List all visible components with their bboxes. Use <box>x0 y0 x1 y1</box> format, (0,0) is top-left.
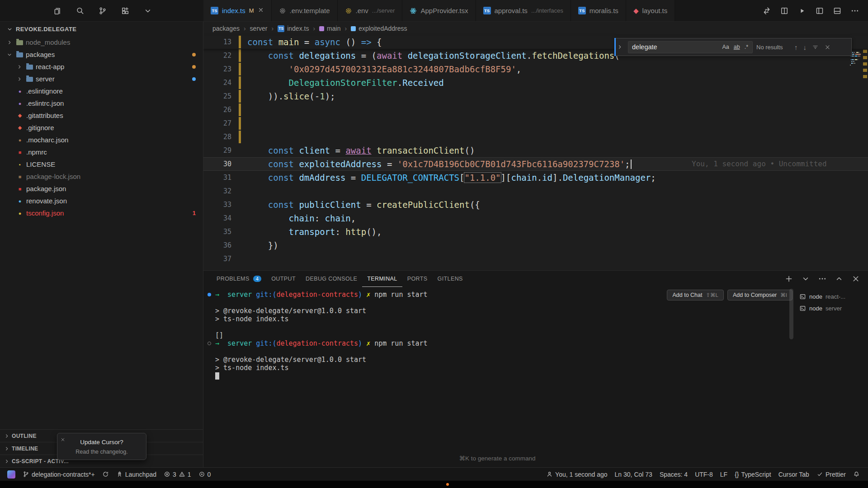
status-launchpad[interactable]: Launchpad <box>113 468 160 481</box>
code-line-25[interactable]: 25 )).slice(-1); <box>203 89 868 103</box>
panel-tab-problems[interactable]: PROBLEMS4 <box>212 271 266 287</box>
status-formatter[interactable]: Prettier <box>813 468 849 481</box>
tree-item-.gitattributes[interactable]: ◆.gitattributes <box>0 109 203 122</box>
button-add-to-chat[interactable]: Add to Chat⇧⌘L <box>667 290 724 300</box>
code-line-34[interactable]: 34 chain: chain, <box>203 211 868 225</box>
panel-tab-ports[interactable]: PORTS <box>402 271 433 287</box>
status-notifications[interactable] <box>849 468 863 481</box>
code-line-35[interactable]: 35 transport: http(), <box>203 225 868 239</box>
status-eol[interactable]: LF <box>717 468 731 481</box>
code-line-37[interactable]: 37 <box>203 252 868 266</box>
status-language[interactable]: {}TypeScript <box>731 468 775 481</box>
panel-tab-gitlens[interactable]: GITLENS <box>433 271 468 287</box>
tree-item-renovate.json[interactable]: ●renovate.json <box>0 195 203 207</box>
action-split[interactable] <box>779 6 789 16</box>
code-line-24[interactable]: 24 DelegationStoreFilter.Received <box>203 76 868 89</box>
tree-item-.eslintrc.json[interactable]: ●.eslintrc.json <box>0 97 203 109</box>
code-line-26[interactable]: 26 <box>203 103 868 117</box>
close-icon[interactable] <box>60 436 66 444</box>
panel-action-chevron-up[interactable] <box>834 274 844 284</box>
line-number[interactable]: 28 <box>203 130 231 144</box>
line-number[interactable]: 30 <box>203 157 231 171</box>
status-branch[interactable]: delegation-contracts*+ <box>19 468 99 481</box>
tree-item-package.json[interactable]: ■package.json <box>0 183 203 195</box>
panel-tab-terminal[interactable]: TERMINAL <box>362 271 402 287</box>
activity-chevron-down[interactable] <box>143 6 153 16</box>
activity-extensions[interactable] <box>120 6 130 16</box>
tab-AppProvider.tsx[interactable]: AppProvider.tsx <box>402 0 476 21</box>
line-number[interactable]: 22 <box>203 49 231 62</box>
panel-action-ellipsis[interactable] <box>817 274 827 284</box>
status-cursor-position[interactable]: Ln 30, Col 73 <box>611 468 656 481</box>
match-case-icon[interactable]: Aa <box>721 44 730 50</box>
line-number[interactable]: 31 <box>203 171 231 184</box>
breadcrumb-item-packages[interactable]: packages <box>212 25 240 32</box>
status-cursor-tab[interactable]: Cursor Tab <box>775 468 813 481</box>
status-remote[interactable] <box>4 468 19 481</box>
action-ellipsis[interactable] <box>850 6 860 16</box>
tree-item-.eslintignore[interactable]: ●.eslintignore <box>0 85 203 97</box>
tree-item-node_modules[interactable]: node_modules <box>0 36 203 48</box>
code-line-36[interactable]: 36 }) <box>203 239 868 252</box>
line-number[interactable]: 29 <box>203 144 231 157</box>
find-in-selection-icon[interactable] <box>812 44 819 51</box>
line-number[interactable]: 34 <box>203 211 231 225</box>
close-icon[interactable] <box>824 44 831 51</box>
action-panelic[interactable] <box>832 6 842 16</box>
tree-item-.mocharc.json[interactable]: ●.mocharc.json <box>0 134 203 146</box>
line-number[interactable]: 24 <box>203 76 231 89</box>
code-line-27[interactable]: 27 <box>203 117 868 130</box>
tree-item-LICENSE[interactable]: ▪LICENSE <box>0 158 203 170</box>
status-problems[interactable]: 31 <box>160 468 195 481</box>
panel-action-close[interactable] <box>851 274 861 284</box>
terminal-output[interactable]: → server git:(delegation-contracts) ✗ np… <box>203 287 868 380</box>
tab-approval.ts[interactable]: TSapproval.ts.../interfaces <box>476 0 571 21</box>
breadcrumb-item-server[interactable]: server <box>250 25 268 32</box>
code-line-33[interactable]: 33 const publicClient = createPublicClie… <box>203 198 868 211</box>
button-add-to-composer[interactable]: Add to Composer⌘I <box>727 290 793 300</box>
tree-item-server[interactable]: server <box>0 73 203 85</box>
tree-item-.npmrc[interactable]: ■.npmrc <box>0 146 203 158</box>
line-number[interactable]: 33 <box>203 198 231 211</box>
notification-link[interactable]: Read the changelog. <box>63 449 141 455</box>
previous-match-icon[interactable]: ↑ <box>794 43 798 51</box>
line-number[interactable]: 32 <box>203 184 231 198</box>
breadcrumb-item-index.ts[interactable]: TSindex.ts <box>278 25 309 32</box>
action-layout[interactable] <box>815 6 825 16</box>
regex-icon[interactable]: .* <box>743 44 750 50</box>
tab-index.ts[interactable]: TSindex.tsM <box>203 0 272 21</box>
tab-moralis.ts[interactable]: TSmoralis.ts <box>571 0 626 21</box>
close-icon[interactable] <box>258 7 264 14</box>
breadcrumb-item-exploitedAddress[interactable]: exploitedAddress <box>351 25 407 32</box>
activity-search[interactable] <box>75 6 85 16</box>
command-decoration[interactable] <box>208 342 211 345</box>
tree-item-packages[interactable]: packages <box>0 48 203 61</box>
panel-action-chevron-down[interactable] <box>801 274 811 284</box>
status-sync[interactable] <box>99 468 113 481</box>
line-number[interactable]: 35 <box>203 225 231 239</box>
code-line-32[interactable]: 32 <box>203 184 868 198</box>
activity-source-control[interactable] <box>98 6 108 16</box>
line-number[interactable]: 25 <box>203 89 231 103</box>
panel-tab-debug-console[interactable]: DEBUG CONSOLE <box>301 271 362 287</box>
tree-item-.gitignore[interactable]: ◆.gitignore <box>0 122 203 134</box>
status-file-blame[interactable]: You, 1 second ago <box>542 468 611 481</box>
code-line-23[interactable]: 23 '0x0297d4570023132Ea881c3244807Badb6c… <box>203 62 868 76</box>
action-run[interactable] <box>797 6 807 16</box>
tree-item-package-lock.json[interactable]: ■package-lock.json <box>0 170 203 183</box>
command-decoration[interactable] <box>208 293 211 296</box>
line-number[interactable]: 13 <box>203 35 231 49</box>
tab-.env.template[interactable]: .env.template <box>272 0 338 21</box>
find-input[interactable] <box>631 43 718 51</box>
status-ports[interactable]: 0 <box>195 468 215 481</box>
status-indentation[interactable]: Spaces: 4 <box>656 468 691 481</box>
code-line-28[interactable]: 28 <box>203 130 868 144</box>
line-number[interactable]: 26 <box>203 103 231 117</box>
panel-action-plus[interactable] <box>784 274 794 284</box>
activity-files[interactable] <box>52 6 62 16</box>
line-number[interactable]: 37 <box>203 252 231 266</box>
tab-layout.ts[interactable]: ◆layout.ts <box>626 0 675 21</box>
tab-.env[interactable]: .env.../server <box>338 0 403 21</box>
code-line-29[interactable]: 29 const client = await transactionClien… <box>203 144 868 157</box>
line-number[interactable]: 27 <box>203 117 231 130</box>
